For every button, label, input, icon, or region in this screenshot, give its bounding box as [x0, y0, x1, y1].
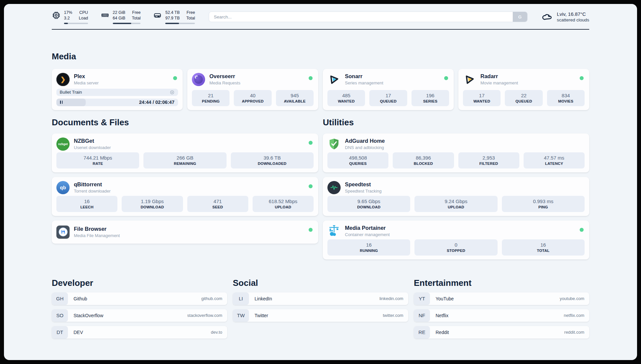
- app-desc: Series management: [345, 80, 383, 85]
- bookmark-twitter[interactable]: TW Twitter twitter.com: [233, 309, 408, 322]
- bookmark-abbr: SO: [52, 309, 68, 322]
- app-card-overseerr[interactable]: Overseerr Media Requests 21PENDING 40APP…: [187, 69, 318, 110]
- bookmark-abbr: RE: [414, 326, 430, 339]
- storage-progress-track: [165, 23, 195, 24]
- memory-label-1: Free: [132, 10, 141, 15]
- bookmark-url: netflix.com: [564, 313, 584, 318]
- app-name: Speedtest: [345, 181, 382, 188]
- bookmark-url: stackoverflow.com: [187, 313, 222, 318]
- stat-queries: 498,508QUERIES: [327, 152, 388, 168]
- section-title-social: Social: [233, 278, 408, 288]
- stat-blocked: 86,396BLOCKED: [393, 152, 454, 168]
- section-title-entertainment: Entertainment: [414, 278, 589, 288]
- pause-icon: [60, 101, 63, 104]
- app-name: Overseerr: [209, 73, 240, 79]
- top-bar: 17% 3.2 CPU Load: [52, 10, 589, 24]
- bookmark-abbr: TW: [233, 309, 249, 322]
- sonarr-icon: [327, 73, 341, 86]
- bookmark-youtube[interactable]: YT YouTube youtube.com: [414, 292, 589, 305]
- stat-running: 16RUNNING: [327, 239, 410, 256]
- cpu-icon: [52, 11, 61, 20]
- bookmark-linkedin[interactable]: LI LinkedIn linkedin.com: [233, 292, 408, 305]
- bookmark-abbr: DT: [52, 326, 68, 339]
- app-card-portainer[interactable]: Media Portainer Container management 16R…: [323, 221, 589, 259]
- bookmark-abbr: YT: [414, 292, 430, 305]
- stat-filtered: 2,953FILTERED: [458, 152, 519, 168]
- weather-location-temp: Lviv, 16.87°C: [557, 11, 589, 17]
- bookmark-abbr: NF: [414, 309, 430, 322]
- bookmark-stackoverflow[interactable]: SO StackOverflow stackoverflow.com: [52, 309, 227, 322]
- cpu-label-1: CPU: [79, 10, 88, 15]
- app-card-radarr[interactable]: Radarr Movie management 17WANTED 22QUEUE…: [458, 69, 589, 110]
- stat-remaining: 266 GBREMAINING: [143, 152, 226, 168]
- stat-upload: 9.24 GbpsUPLOAD: [414, 196, 497, 212]
- app-card-filebrowser[interactable]: File Browser Media File Management: [52, 221, 318, 244]
- app-desc: Media server: [74, 80, 99, 85]
- bookmark-reddit[interactable]: RE Reddit reddit.com: [414, 326, 589, 339]
- plex-icon: ❯: [56, 73, 70, 86]
- weather-condition: scattered clouds: [557, 17, 589, 22]
- bookmark-name: Netflix: [436, 313, 448, 318]
- section-title-documents: Documents & Files: [52, 117, 318, 128]
- filebrowser-icon: [56, 226, 70, 239]
- cpu-metric: 17% 3.2 CPU Load: [52, 10, 88, 24]
- media-card-row: ❯ Plex Media server Bullet Train: [52, 69, 589, 110]
- stat-download: 1.19 GbpsDOWNLOAD: [122, 196, 183, 212]
- bookmark-name: YouTube: [436, 296, 454, 301]
- stat-wanted: 485WANTED: [327, 90, 365, 106]
- memory-label-2: Total: [132, 15, 140, 21]
- playback-progress-fill: [56, 99, 86, 106]
- app-name: qBittorrent: [74, 181, 110, 188]
- stat-rate: 744.21 MbpsRATE: [56, 152, 139, 168]
- bookmark-github[interactable]: GH Github github.com: [52, 292, 227, 305]
- stat-upload: 618.52 MbpsUPLOAD: [253, 196, 314, 212]
- developer-column: Developer GH Github github.com SO StackO…: [52, 278, 227, 339]
- app-desc: Media File Management: [74, 233, 120, 238]
- stat-queued: 22QUEUED: [505, 90, 542, 106]
- qbittorrent-icon: qb: [56, 181, 70, 194]
- bookmark-url: linkedin.com: [380, 296, 403, 301]
- app-name: Media Portainer: [345, 225, 390, 231]
- bookmark-dev[interactable]: DT DEV dev.to: [52, 326, 227, 339]
- overseerr-icon: [192, 73, 205, 86]
- app-card-nzbget[interactable]: nzbget NZBGet Usenet downloader 744.21 M…: [52, 134, 318, 172]
- app-name: Radarr: [480, 73, 518, 79]
- app-name: NZBGet: [74, 138, 111, 144]
- status-dot: [444, 76, 448, 80]
- stat-queued: 17QUEUED: [369, 90, 407, 106]
- header-divider: [52, 29, 589, 30]
- cpu-value-1: 17%: [64, 10, 72, 15]
- memory-value-1: 22 GiB: [113, 10, 125, 15]
- now-playing-title: Bullet Train: [60, 90, 82, 95]
- storage-label-1: Free: [187, 10, 195, 15]
- app-desc: Speedtest Tracking: [345, 189, 382, 194]
- bookmark-name: Reddit: [436, 330, 449, 335]
- app-name: AdGuard Home: [345, 138, 385, 144]
- bookmark-name: LinkedIn: [255, 296, 272, 301]
- app-desc: Usenet downloader: [74, 145, 111, 150]
- section-title-utilities: Utilities: [323, 117, 589, 128]
- weather-widget: Lviv, 16.87°C scattered clouds: [541, 11, 589, 22]
- app-card-qbittorrent[interactable]: qb qBittorrent Torrent downloader 16LEEC…: [52, 177, 318, 216]
- search-engine-button[interactable]: G: [513, 12, 527, 22]
- bookmark-url: twitter.com: [383, 313, 403, 318]
- storage-value-2: 97.9 TB: [165, 15, 180, 21]
- app-card-plex[interactable]: ❯ Plex Media server Bullet Train: [52, 69, 183, 110]
- memory-value-2: 64 GiB: [113, 15, 125, 21]
- system-metrics: 17% 3.2 CPU Load: [52, 10, 195, 24]
- adguard-icon: [327, 137, 341, 151]
- status-dot: [173, 76, 177, 80]
- app-card-sonarr[interactable]: Sonarr Series management 485WANTED 17QUE…: [323, 69, 454, 110]
- stat-leech: 16LEECH: [56, 196, 117, 212]
- section-title-developer: Developer: [52, 278, 227, 288]
- bookmark-netflix[interactable]: NF Netflix netflix.com: [414, 309, 589, 322]
- search-input[interactable]: [209, 12, 527, 22]
- stat-movies: 834MOVIES: [547, 90, 585, 106]
- stat-downloaded: 39.6 TBDOWNLOADED: [231, 152, 314, 168]
- app-desc: Torrent downloader: [74, 189, 110, 194]
- app-card-adguard[interactable]: AdGuard Home DNS and adblocking 498,508Q…: [323, 134, 589, 172]
- bookmark-url: reddit.com: [564, 330, 584, 335]
- bookmark-name: StackOverflow: [74, 313, 103, 318]
- app-card-speedtest[interactable]: Speedtest Speedtest Tracking 9.65 GbpsDO…: [323, 177, 589, 216]
- bookmark-url: dev.to: [211, 330, 222, 335]
